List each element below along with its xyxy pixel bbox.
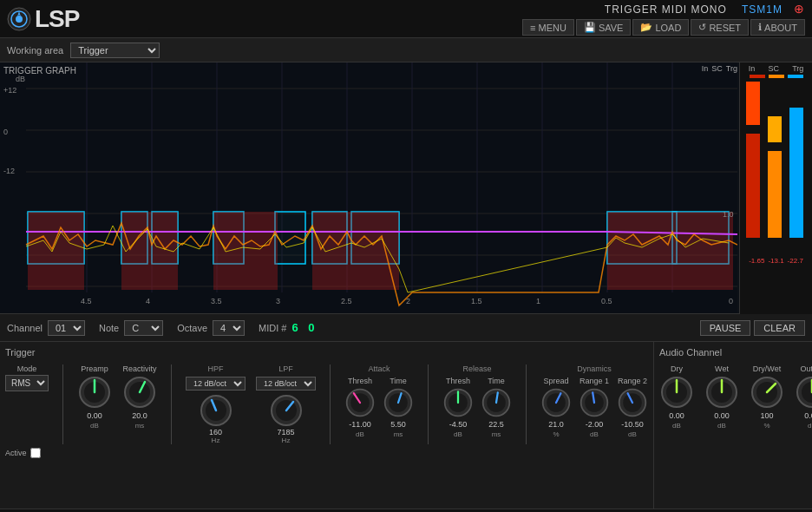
note-select[interactable]: CC#D — [124, 320, 163, 336]
dynamics-label: Dynamics — [577, 364, 612, 373]
channel-select[interactable]: 0102 — [48, 320, 85, 336]
svg-text:4.5: 4.5 — [81, 297, 92, 305]
attack-time-knob[interactable] — [383, 387, 414, 418]
hpf-unit: Hz — [212, 437, 220, 444]
svg-text:4: 4 — [146, 297, 150, 305]
spread-value: 21.0 — [548, 420, 564, 429]
reactivity-knob[interactable] — [122, 375, 157, 410]
release-thresh-unit: dB — [454, 430, 462, 438]
range2-unit: dB — [628, 430, 637, 438]
clear-button[interactable]: CLEAR — [754, 320, 805, 336]
sc-label: SC — [711, 64, 723, 73]
lpf-filter-select[interactable]: 12 dB/oct24 dB/octOff — [256, 377, 316, 391]
octave-select[interactable]: 435 — [213, 320, 245, 336]
dry-knob[interactable] — [659, 375, 694, 410]
range2-group: Range 2 -10.50 dB — [617, 377, 648, 438]
attack-thresh-value: -11.00 — [349, 420, 371, 429]
bottom-panels: Trigger Mode RMSPeak Preamp 0.00 dB — [0, 342, 812, 509]
dynamics-sub-row: Spread 21.0 % Range 1 — [540, 377, 648, 438]
release-time-label: Time — [488, 377, 505, 385]
trg-header: Trg — [792, 64, 803, 73]
attack-time-value: 5.50 — [390, 420, 406, 429]
reset-button[interactable]: ↺ RESET — [691, 19, 749, 36]
about-button[interactable]: ℹ ABOUT — [750, 19, 805, 36]
lpf-freq-knob[interactable] — [269, 393, 304, 428]
dry-label: Dry — [671, 364, 683, 373]
mode-select[interactable]: RMSPeak — [5, 375, 49, 391]
hpf-label: HPF — [208, 364, 224, 373]
graph-meters: In SC Trg -1.65 -13.1 -22 — [739, 62, 812, 314]
release-thresh-knob[interactable] — [442, 387, 474, 418]
pause-button[interactable]: PAUSE — [700, 320, 750, 336]
svg-text:dB: dB — [16, 75, 25, 83]
svg-point-2 — [16, 16, 23, 23]
menu-button[interactable]: ≡ MENU — [522, 19, 574, 36]
lpf-unit: Hz — [282, 437, 291, 444]
lpf-label: LPF — [278, 364, 293, 373]
graph-area: TRIGGER GRAPH dB +12 0 -12 — [0, 62, 739, 314]
release-time-unit: ms — [492, 430, 501, 438]
hpf-filter-select[interactable]: 12 dB/oct24 dB/octOff — [186, 377, 246, 391]
release-thresh-label: Thresh — [446, 377, 470, 385]
lsp-logo-icon — [7, 7, 31, 31]
svg-text:0.5: 0.5 — [601, 297, 612, 305]
attack-thresh-knob[interactable] — [344, 387, 376, 418]
mode-label: Mode — [17, 364, 37, 373]
sc-db-readout: -13.1 — [768, 257, 783, 265]
svg-text:3.5: 3.5 — [211, 297, 222, 305]
spread-group: Spread 21.0 % — [540, 377, 572, 438]
hpf-group: HPF 12 dB/oct24 dB/octOff 160 Hz — [186, 364, 246, 444]
sc-indicator — [769, 75, 784, 78]
footer: + − ⚙ + − JACK: ON ? ℹ — [0, 509, 812, 512]
graph-section: TRIGGER GRAPH dB +12 0 -12 — [0, 62, 812, 314]
svg-rect-52 — [746, 134, 760, 238]
in-indicator — [750, 75, 765, 78]
svg-text:0: 0 — [729, 297, 733, 305]
reactivity-unit: ms — [135, 422, 145, 430]
about-icon: ℹ — [758, 22, 762, 33]
wet-knob[interactable] — [704, 375, 739, 410]
attack-time-group: Time 5.50 ms — [383, 377, 414, 438]
header: LSP TRIGGER MIDI MONO TSM1M ⊕ ≡ MENU 💾 S… — [0, 0, 812, 38]
menu-icon: ≡ — [530, 23, 535, 33]
save-button[interactable]: 💾 SAVE — [576, 19, 632, 36]
divider-3 — [330, 364, 331, 444]
working-area-select[interactable]: Trigger Audio Channel MIDI — [70, 43, 160, 58]
attack-thresh-label: Thresh — [348, 377, 372, 385]
dynamics-group: Dynamics Spread 21.0 % Range 1 — [540, 364, 648, 438]
svg-text:-12: -12 — [3, 167, 15, 175]
svg-rect-53 — [746, 82, 760, 125]
hpf-freq-knob[interactable] — [199, 393, 233, 428]
attack-label: Attack — [368, 364, 390, 373]
release-label: Release — [462, 364, 491, 373]
svg-text:1: 1 — [536, 297, 540, 305]
range1-knob[interactable] — [579, 387, 610, 418]
app-title: TRIGGER MIDI MONO TSM1M ⊕ — [605, 2, 805, 16]
divider-5 — [526, 364, 527, 444]
reactivity-label: Reactivity — [122, 364, 156, 373]
nav-buttons: ≡ MENU 💾 SAVE 📂 LOAD ↺ RESET ℹ ABOUT — [522, 19, 805, 36]
release-time-knob[interactable] — [481, 387, 512, 418]
range2-knob[interactable] — [617, 387, 648, 418]
active-checkbox[interactable] — [30, 448, 41, 458]
load-button[interactable]: 📂 LOAD — [632, 19, 689, 36]
audio-controls-row: Dry 0.00 dB Wet 0.00 dB — [659, 364, 812, 430]
in-header: In — [749, 64, 756, 73]
output-group: Output 0.00 dB — [795, 364, 812, 430]
drywet-value: 100 — [760, 411, 773, 420]
trigger-panel-title: Trigger — [5, 347, 648, 358]
svg-rect-43 — [28, 212, 84, 290]
divider-2 — [171, 364, 172, 444]
preamp-value: 0.00 — [87, 411, 102, 420]
load-icon: 📂 — [640, 22, 652, 33]
spread-knob[interactable] — [540, 387, 572, 418]
note-group: Note CC#D — [99, 320, 163, 336]
attack-thresh-group: Thresh -11.00 dB — [344, 377, 376, 438]
svg-rect-38 — [275, 212, 305, 264]
svg-rect-56 — [768, 116, 782, 142]
divider-4 — [428, 364, 429, 444]
output-knob[interactable] — [795, 375, 812, 410]
range1-unit: dB — [590, 430, 599, 438]
drywet-knob[interactable] — [750, 375, 784, 410]
preamp-knob[interactable] — [77, 375, 112, 410]
